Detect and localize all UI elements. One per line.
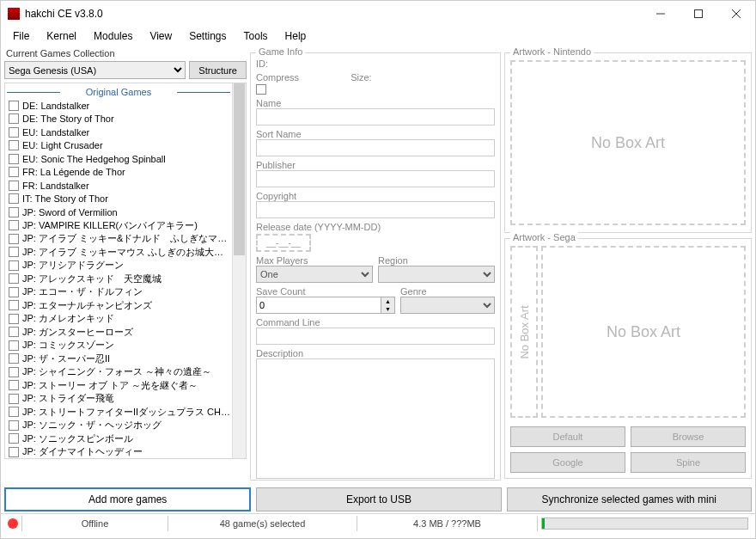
- game-checkbox[interactable]: [9, 273, 19, 284]
- game-checkbox[interactable]: [9, 447, 19, 457]
- game-item[interactable]: EU: Landstalker: [5, 126, 232, 139]
- game-checkbox[interactable]: [9, 407, 19, 417]
- game-checkbox[interactable]: [9, 140, 19, 150]
- game-checkbox[interactable]: [9, 220, 19, 230]
- menu-modules[interactable]: Modules: [85, 28, 141, 45]
- game-item[interactable]: JP: エコー・ザ・ドルフィン: [5, 285, 232, 299]
- cmdline-input[interactable]: [256, 328, 495, 345]
- publisher-input[interactable]: [256, 170, 495, 187]
- game-checkbox[interactable]: [9, 181, 19, 191]
- game-item[interactable]: JP: アレックスキッド 天空魔城: [5, 273, 232, 286]
- game-checkbox[interactable]: [9, 247, 19, 257]
- game-item[interactable]: IT: The Story of Thor: [5, 193, 232, 206]
- game-item[interactable]: JP: ガンスターヒーローズ: [5, 326, 232, 340]
- browse-art-button[interactable]: Browse: [631, 426, 746, 447]
- google-art-button[interactable]: Google: [510, 452, 625, 473]
- game-item[interactable]: JP: ザ・スーパー忍II: [5, 352, 232, 366]
- export-usb-button[interactable]: Export to USB: [256, 487, 501, 511]
- game-checkbox[interactable]: [9, 340, 19, 351]
- name-input[interactable]: [256, 108, 495, 126]
- game-item[interactable]: JP: アイラブ ミッキー&ドナルド ふしぎなマジックボッ...: [5, 232, 232, 246]
- sortname-input[interactable]: [256, 139, 495, 156]
- size-label: Size:: [351, 72, 371, 83]
- game-checkbox[interactable]: [9, 193, 19, 204]
- compress-checkbox[interactable]: [256, 84, 266, 95]
- game-item[interactable]: JP: アリシアドラグーン: [5, 259, 232, 273]
- game-item[interactable]: JP: コミックスゾーン: [5, 339, 232, 352]
- maximize-button[interactable]: [680, 1, 717, 27]
- region-select[interactable]: [378, 266, 495, 283]
- app-icon: [8, 8, 20, 20]
- savecount-spinner[interactable]: ▲▼: [256, 297, 395, 314]
- scrollbar[interactable]: [232, 83, 246, 458]
- game-checkbox[interactable]: [9, 287, 19, 297]
- game-label: JP: Sword of Vermilion: [22, 207, 118, 217]
- game-checkbox[interactable]: [9, 380, 19, 390]
- status-connection: Offline: [21, 516, 168, 531]
- game-item[interactable]: FR: La Légende de Thor: [5, 166, 232, 180]
- game-item[interactable]: JP: カメレオンキッド: [5, 312, 232, 326]
- game-item[interactable]: DE: Landstalker: [5, 99, 232, 113]
- game-checkbox[interactable]: [9, 260, 19, 271]
- game-item[interactable]: JP: アイラブ ミッキーマウス ふしぎのお城大冒険: [5, 246, 232, 260]
- spine-art-button[interactable]: Spine: [631, 452, 746, 473]
- game-item[interactable]: FR: Landstalker: [5, 179, 232, 193]
- game-label: JP: カメレオンキッド: [22, 312, 114, 325]
- game-checkbox[interactable]: [9, 167, 19, 177]
- minimize-button[interactable]: [642, 1, 680, 27]
- game-checkbox[interactable]: [9, 113, 19, 124]
- game-checkbox[interactable]: [9, 314, 19, 324]
- menu-view[interactable]: View: [141, 28, 180, 45]
- menu-file[interactable]: File: [4, 28, 38, 45]
- game-checkbox[interactable]: [9, 394, 19, 404]
- menu-help[interactable]: Help: [277, 28, 315, 45]
- game-label: JP: ソニック・ザ・ヘッジホッグ: [22, 419, 162, 432]
- game-item[interactable]: JP: VAMPIRE KILLER(バンパイアキラー): [5, 219, 232, 233]
- game-item[interactable]: EU: Sonic The Hedgehog Spinball: [5, 152, 232, 166]
- game-checkbox[interactable]: [9, 234, 19, 244]
- sega-spine-placeholder[interactable]: No Box Art: [510, 246, 538, 418]
- game-checkbox[interactable]: [9, 101, 19, 111]
- game-item[interactable]: JP: ダイナマイトヘッディー: [5, 445, 232, 458]
- structure-button[interactable]: Structure: [189, 61, 247, 79]
- game-checkbox[interactable]: [9, 420, 19, 431]
- game-item[interactable]: JP: ストライダー飛竜: [5, 392, 232, 406]
- game-checkbox[interactable]: [9, 300, 19, 310]
- description-input[interactable]: [256, 358, 495, 479]
- nintendo-art-placeholder[interactable]: No Box Art: [510, 60, 746, 225]
- game-checkbox[interactable]: [9, 127, 19, 138]
- game-item[interactable]: JP: ストリートファイターIIダッシュプラス CHAMPION E...: [5, 406, 232, 420]
- game-checkbox[interactable]: [9, 154, 19, 164]
- game-label: JP: ストリートファイターIIダッシュプラス CHAMPION E...: [22, 406, 232, 419]
- game-label: JP: ストーリー オブ トア ～光を継ぐ者～: [22, 379, 198, 392]
- game-item[interactable]: JP: ソニックスピンボール: [5, 432, 232, 446]
- game-checkbox[interactable]: [9, 353, 19, 364]
- maxplayers-select[interactable]: One: [256, 266, 373, 283]
- game-item[interactable]: JP: シャイニング・フォース ～神々の遺産～: [5, 365, 232, 379]
- genre-select[interactable]: [400, 297, 495, 314]
- add-games-button[interactable]: Add more games: [4, 487, 251, 511]
- game-item[interactable]: DE: The Story of Thor: [5, 113, 232, 126]
- sega-art-placeholder[interactable]: No Box Art: [541, 246, 746, 418]
- copyright-input[interactable]: [256, 201, 495, 218]
- game-checkbox[interactable]: [9, 367, 19, 377]
- collection-select[interactable]: Sega Genesis (USA): [4, 61, 186, 79]
- menu-tools[interactable]: Tools: [235, 28, 277, 45]
- game-checkbox[interactable]: [9, 327, 19, 337]
- game-checkbox[interactable]: [9, 433, 19, 444]
- close-button[interactable]: [717, 1, 755, 27]
- release-input[interactable]: __-__-__: [256, 234, 311, 252]
- game-item[interactable]: JP: Sword of Vermilion: [5, 205, 232, 219]
- game-item[interactable]: JP: エターナルチャンピオンズ: [5, 299, 232, 313]
- game-item[interactable]: JP: ソニック・ザ・ヘッジホッグ: [5, 419, 232, 432]
- game-item[interactable]: EU: Light Crusader: [5, 139, 232, 153]
- status-size: 4.3 MB / ???MB: [357, 516, 537, 531]
- game-checkbox[interactable]: [9, 207, 19, 217]
- savecount-input[interactable]: [256, 297, 381, 314]
- game-item[interactable]: JP: ストーリー オブ トア ～光を継ぐ者～: [5, 379, 232, 393]
- menu-kernel[interactable]: Kernel: [38, 28, 85, 45]
- menu-settings[interactable]: Settings: [180, 28, 235, 45]
- sync-button[interactable]: Synchronize selected games with mini: [507, 487, 752, 511]
- default-art-button[interactable]: Default: [510, 426, 625, 447]
- game-label: JP: ダイナマイトヘッディー: [22, 445, 143, 458]
